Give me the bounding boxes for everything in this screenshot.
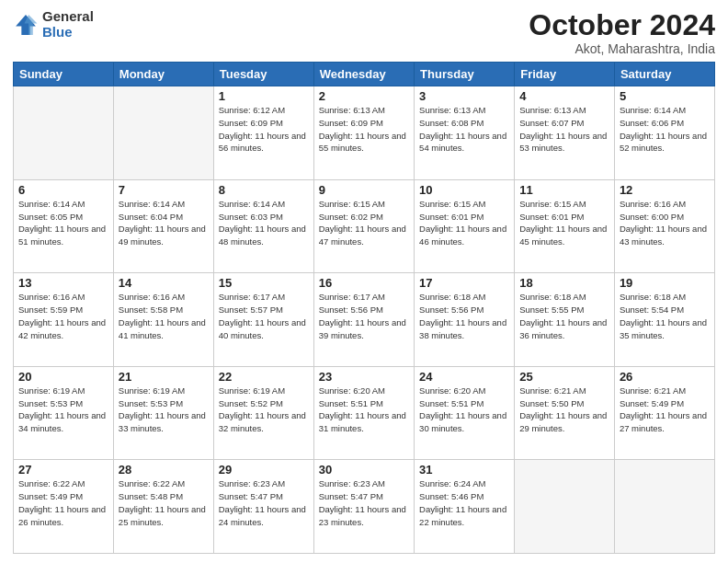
- day-info: Sunrise: 6:18 AM Sunset: 5:54 PM Dayligh…: [620, 291, 710, 341]
- day-info: Sunrise: 6:14 AM Sunset: 6:05 PM Dayligh…: [18, 198, 108, 248]
- day-cell-21: 21Sunrise: 6:19 AM Sunset: 5:53 PM Dayli…: [113, 366, 213, 460]
- day-number: 7: [119, 183, 209, 197]
- logo-blue-label: Blue: [42, 25, 94, 40]
- day-info: Sunrise: 6:14 AM Sunset: 6:04 PM Dayligh…: [119, 198, 209, 248]
- day-number: 11: [519, 183, 609, 197]
- logo-text: General Blue: [42, 9, 94, 40]
- day-info: Sunrise: 6:20 AM Sunset: 5:51 PM Dayligh…: [319, 385, 409, 435]
- day-cell-17: 17Sunrise: 6:18 AM Sunset: 5:56 PM Dayli…: [415, 273, 515, 367]
- empty-cell: [614, 460, 714, 554]
- weekday-header-wednesday: Wednesday: [313, 63, 414, 86]
- day-info: Sunrise: 6:22 AM Sunset: 5:49 PM Dayligh…: [18, 477, 108, 528]
- day-info: Sunrise: 6:24 AM Sunset: 5:46 PM Dayligh…: [419, 477, 509, 528]
- day-cell-18: 18Sunrise: 6:18 AM Sunset: 5:55 PM Dayli…: [515, 273, 615, 367]
- day-number: 17: [419, 276, 509, 290]
- empty-cell: [515, 460, 615, 554]
- page: General Blue October 2024 Akot, Maharash…: [0, 0, 728, 563]
- day-number: 4: [519, 89, 609, 103]
- day-info: Sunrise: 6:20 AM Sunset: 5:51 PM Dayligh…: [419, 385, 509, 435]
- day-number: 30: [319, 463, 409, 477]
- empty-cell: [14, 86, 114, 180]
- day-info: Sunrise: 6:21 AM Sunset: 5:49 PM Dayligh…: [620, 385, 710, 435]
- day-cell-22: 22Sunrise: 6:19 AM Sunset: 5:52 PM Dayli…: [213, 366, 313, 460]
- week-row-1: 1Sunrise: 6:12 AM Sunset: 6:09 PM Daylig…: [14, 86, 715, 180]
- day-info: Sunrise: 6:12 AM Sunset: 6:09 PM Dayligh…: [219, 104, 309, 155]
- day-number: 22: [219, 370, 309, 384]
- day-info: Sunrise: 6:19 AM Sunset: 5:53 PM Dayligh…: [18, 385, 108, 435]
- weekday-header-monday: Monday: [113, 63, 213, 86]
- logo-general-label: General: [42, 9, 94, 25]
- day-cell-23: 23Sunrise: 6:20 AM Sunset: 5:51 PM Dayli…: [313, 366, 414, 460]
- day-info: Sunrise: 6:19 AM Sunset: 5:52 PM Dayligh…: [219, 385, 309, 435]
- weekday-header-saturday: Saturday: [614, 63, 714, 86]
- day-info: Sunrise: 6:16 AM Sunset: 6:00 PM Dayligh…: [620, 198, 710, 248]
- day-info: Sunrise: 6:15 AM Sunset: 6:01 PM Dayligh…: [419, 198, 509, 248]
- day-cell-31: 31Sunrise: 6:24 AM Sunset: 5:46 PM Dayli…: [415, 460, 515, 554]
- day-number: 12: [620, 183, 710, 197]
- day-number: 16: [319, 276, 409, 290]
- day-info: Sunrise: 6:16 AM Sunset: 5:58 PM Dayligh…: [119, 291, 209, 341]
- day-info: Sunrise: 6:22 AM Sunset: 5:48 PM Dayligh…: [119, 477, 209, 528]
- day-cell-8: 8Sunrise: 6:14 AM Sunset: 6:03 PM Daylig…: [213, 179, 313, 273]
- day-cell-3: 3Sunrise: 6:13 AM Sunset: 6:08 PM Daylig…: [415, 86, 515, 180]
- day-cell-5: 5Sunrise: 6:14 AM Sunset: 6:06 PM Daylig…: [614, 86, 714, 180]
- day-cell-28: 28Sunrise: 6:22 AM Sunset: 5:48 PM Dayli…: [113, 460, 213, 554]
- day-number: 15: [219, 276, 309, 290]
- day-cell-24: 24Sunrise: 6:20 AM Sunset: 5:51 PM Dayli…: [415, 366, 515, 460]
- logo: General Blue: [13, 9, 94, 40]
- week-row-5: 27Sunrise: 6:22 AM Sunset: 5:49 PM Dayli…: [14, 460, 715, 554]
- day-info: Sunrise: 6:13 AM Sunset: 6:07 PM Dayligh…: [519, 104, 609, 155]
- day-info: Sunrise: 6:17 AM Sunset: 5:56 PM Dayligh…: [319, 291, 409, 341]
- day-number: 26: [620, 370, 710, 384]
- day-number: 23: [319, 370, 409, 384]
- generalblue-icon: [13, 12, 39, 38]
- day-cell-25: 25Sunrise: 6:21 AM Sunset: 5:50 PM Dayli…: [515, 366, 615, 460]
- day-number: 14: [119, 276, 209, 290]
- day-cell-9: 9Sunrise: 6:15 AM Sunset: 6:02 PM Daylig…: [313, 179, 414, 273]
- day-cell-11: 11Sunrise: 6:15 AM Sunset: 6:01 PM Dayli…: [515, 179, 615, 273]
- weekday-header-row: SundayMondayTuesdayWednesdayThursdayFrid…: [14, 63, 715, 86]
- month-title: October 2024: [529, 9, 715, 41]
- day-info: Sunrise: 6:14 AM Sunset: 6:03 PM Dayligh…: [219, 198, 309, 248]
- weekday-header-thursday: Thursday: [415, 63, 515, 86]
- week-row-4: 20Sunrise: 6:19 AM Sunset: 5:53 PM Dayli…: [14, 366, 715, 460]
- day-cell-6: 6Sunrise: 6:14 AM Sunset: 6:05 PM Daylig…: [14, 179, 114, 273]
- day-info: Sunrise: 6:15 AM Sunset: 6:01 PM Dayligh…: [519, 198, 609, 248]
- day-cell-12: 12Sunrise: 6:16 AM Sunset: 6:00 PM Dayli…: [614, 179, 714, 273]
- day-number: 28: [119, 463, 209, 477]
- day-number: 18: [519, 276, 609, 290]
- day-cell-1: 1Sunrise: 6:12 AM Sunset: 6:09 PM Daylig…: [213, 86, 313, 180]
- day-number: 29: [219, 463, 309, 477]
- day-cell-2: 2Sunrise: 6:13 AM Sunset: 6:09 PM Daylig…: [313, 86, 414, 180]
- day-number: 3: [419, 89, 509, 103]
- day-cell-20: 20Sunrise: 6:19 AM Sunset: 5:53 PM Dayli…: [14, 366, 114, 460]
- day-number: 6: [18, 183, 108, 197]
- day-info: Sunrise: 6:13 AM Sunset: 6:08 PM Dayligh…: [419, 104, 509, 155]
- day-info: Sunrise: 6:14 AM Sunset: 6:06 PM Dayligh…: [620, 104, 710, 155]
- day-cell-19: 19Sunrise: 6:18 AM Sunset: 5:54 PM Dayli…: [614, 273, 714, 367]
- day-number: 1: [219, 89, 309, 103]
- day-cell-15: 15Sunrise: 6:17 AM Sunset: 5:57 PM Dayli…: [213, 273, 313, 367]
- day-number: 31: [419, 463, 509, 477]
- day-info: Sunrise: 6:21 AM Sunset: 5:50 PM Dayligh…: [519, 385, 609, 435]
- day-info: Sunrise: 6:17 AM Sunset: 5:57 PM Dayligh…: [219, 291, 309, 341]
- day-cell-16: 16Sunrise: 6:17 AM Sunset: 5:56 PM Dayli…: [313, 273, 414, 367]
- day-cell-14: 14Sunrise: 6:16 AM Sunset: 5:58 PM Dayli…: [113, 273, 213, 367]
- day-number: 9: [319, 183, 409, 197]
- day-cell-10: 10Sunrise: 6:15 AM Sunset: 6:01 PM Dayli…: [415, 179, 515, 273]
- day-number: 20: [18, 370, 108, 384]
- weekday-header-friday: Friday: [515, 63, 615, 86]
- day-info: Sunrise: 6:16 AM Sunset: 5:59 PM Dayligh…: [18, 291, 108, 341]
- week-row-3: 13Sunrise: 6:16 AM Sunset: 5:59 PM Dayli…: [14, 273, 715, 367]
- weekday-header-sunday: Sunday: [14, 63, 114, 86]
- day-info: Sunrise: 6:19 AM Sunset: 5:53 PM Dayligh…: [119, 385, 209, 435]
- day-info: Sunrise: 6:18 AM Sunset: 5:55 PM Dayligh…: [519, 291, 609, 341]
- day-cell-29: 29Sunrise: 6:23 AM Sunset: 5:47 PM Dayli…: [213, 460, 313, 554]
- calendar-table: SundayMondayTuesdayWednesdayThursdayFrid…: [13, 62, 715, 554]
- day-info: Sunrise: 6:13 AM Sunset: 6:09 PM Dayligh…: [319, 104, 409, 155]
- day-number: 24: [419, 370, 509, 384]
- week-row-2: 6Sunrise: 6:14 AM Sunset: 6:05 PM Daylig…: [14, 179, 715, 273]
- day-number: 27: [18, 463, 108, 477]
- day-number: 5: [620, 89, 710, 103]
- day-number: 13: [18, 276, 108, 290]
